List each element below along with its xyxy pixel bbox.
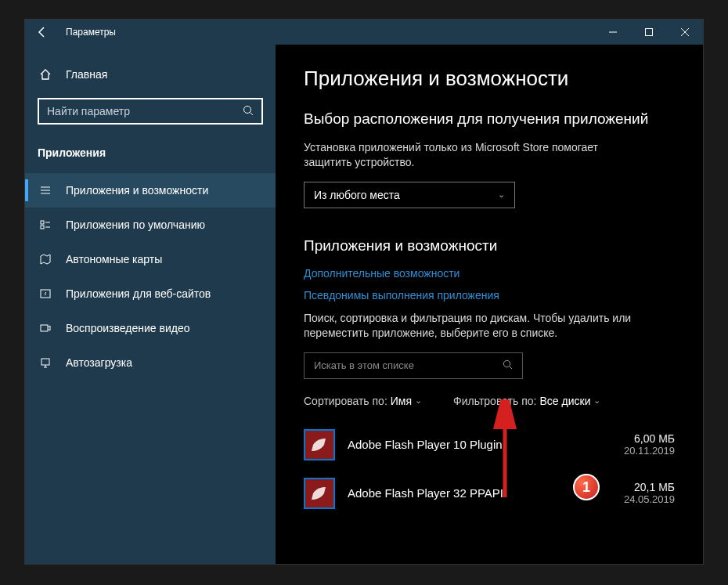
nav-offline-maps[interactable]: Автономные карты	[25, 242, 276, 276]
page-title: Приложения и возможности	[304, 67, 675, 91]
website-icon	[38, 287, 53, 300]
map-icon	[38, 253, 53, 265]
nav-label: Приложения и возможности	[66, 184, 208, 197]
home-icon	[38, 68, 53, 81]
chevron-down-icon: ⌄	[498, 190, 505, 200]
sidebar-search-input[interactable]	[47, 105, 243, 117]
nav-apps-websites[interactable]: Приложения для веб-сайтов	[25, 276, 276, 311]
sort-filter-row: Сортировать по: Имя ⌄ Фильтровать по: Вс…	[304, 395, 675, 407]
app-name: Adobe Flash Player 10 Plugin	[348, 438, 624, 451]
execution-aliases-link[interactable]: Псевдонимы выполнения приложения	[304, 289, 675, 302]
chevron-down-icon: ⌄	[593, 395, 600, 406]
home-label: Главная	[66, 68, 107, 81]
back-button[interactable]	[25, 20, 59, 45]
chevron-down-icon: ⌄	[415, 395, 422, 406]
section-install-source-desc: Установка приложений только из Microsoft…	[304, 140, 648, 171]
app-meta: 6,00 МБ 20.11.2019	[624, 432, 675, 457]
search-icon	[243, 105, 254, 118]
section-install-source-title: Выбор расположения для получения приложе…	[304, 110, 675, 129]
sort-value: Имя	[391, 395, 412, 407]
app-list-item[interactable]: Adobe Flash Player 32 PPAPI 20,1 МБ 24.0…	[304, 471, 675, 515]
nav-label: Автозагрузка	[66, 356, 132, 369]
section-apps-title: Приложения и возможности	[304, 237, 675, 256]
nav-label: Воспроизведение видео	[66, 322, 189, 334]
dropdown-value: Из любого места	[314, 189, 400, 201]
startup-icon	[38, 356, 53, 369]
settings-window: Параметры Главная Приложения Приложения …	[25, 20, 703, 564]
app-list-search-input[interactable]	[314, 359, 503, 371]
app-list-search[interactable]	[304, 352, 523, 379]
app-size: 20,1 МБ	[624, 481, 675, 493]
svg-rect-9	[41, 221, 44, 224]
install-source-dropdown[interactable]: Из любого места ⌄	[304, 182, 515, 208]
svg-rect-13	[41, 290, 50, 298]
app-size: 6,00 МБ	[624, 432, 675, 445]
titlebar: Параметры	[25, 20, 703, 45]
app-icon	[304, 429, 335, 460]
window-title: Параметры	[59, 27, 116, 38]
nav-apps-features[interactable]: Приложения и возможности	[25, 173, 276, 208]
main-panel: Приложения и возможности Выбор расположе…	[276, 45, 703, 564]
app-list-item[interactable]: Adobe Flash Player 10 Plugin 6,00 МБ 20.…	[304, 423, 675, 467]
svg-point-4	[244, 106, 251, 113]
defaults-icon	[38, 218, 53, 231]
app-name: Adobe Flash Player 32 PPAPI	[348, 486, 624, 500]
nav-default-apps[interactable]: Приложения по умолчанию	[25, 208, 276, 242]
maximize-button[interactable]	[631, 20, 667, 45]
filter-label: Фильтровать по:	[453, 395, 536, 407]
content-area: Главная Приложения Приложения и возможно…	[25, 45, 703, 564]
svg-line-5	[250, 112, 254, 115]
minimize-icon	[609, 28, 617, 36]
maximize-icon	[645, 28, 653, 36]
app-meta: 20,1 МБ 24.05.2019	[624, 481, 675, 505]
filter-by-control[interactable]: Фильтровать по: Все диски ⌄	[453, 395, 600, 407]
app-list-desc: Поиск, сортировка и фильтрация по дискам…	[304, 311, 648, 341]
video-icon	[38, 322, 53, 334]
app-date: 24.05.2019	[624, 493, 675, 505]
nav-video-playback[interactable]: Воспроизведение видео	[25, 311, 276, 345]
app-icon	[304, 478, 335, 509]
sidebar-search[interactable]	[38, 98, 263, 125]
category-header: Приложения	[25, 140, 276, 173]
svg-rect-10	[41, 226, 44, 229]
svg-rect-15	[41, 359, 49, 365]
svg-rect-1	[646, 29, 653, 36]
home-link[interactable]: Главная	[25, 60, 276, 88]
svg-rect-14	[41, 325, 48, 331]
close-icon	[681, 28, 689, 36]
svg-point-18	[503, 360, 510, 367]
nav-label: Приложения по умолчанию	[66, 218, 205, 231]
sort-by-control[interactable]: Сортировать по: Имя ⌄	[304, 395, 422, 407]
app-date: 20.11.2019	[624, 445, 675, 457]
sort-label: Сортировать по:	[304, 395, 387, 407]
window-controls	[595, 20, 703, 45]
nav-label: Приложения для веб-сайтов	[66, 287, 211, 300]
nav-label: Автономные карты	[66, 253, 162, 265]
filter-value: Все диски	[540, 395, 591, 407]
minimize-button[interactable]	[595, 20, 631, 45]
svg-line-19	[510, 367, 512, 369]
list-icon	[38, 184, 53, 197]
nav-startup[interactable]: Автозагрузка	[25, 345, 276, 380]
close-button[interactable]	[667, 20, 703, 45]
arrow-left-icon	[36, 26, 49, 38]
optional-features-link[interactable]: Дополнительные возможности	[304, 267, 675, 280]
sidebar: Главная Приложения Приложения и возможно…	[25, 45, 276, 564]
search-icon	[503, 359, 513, 373]
